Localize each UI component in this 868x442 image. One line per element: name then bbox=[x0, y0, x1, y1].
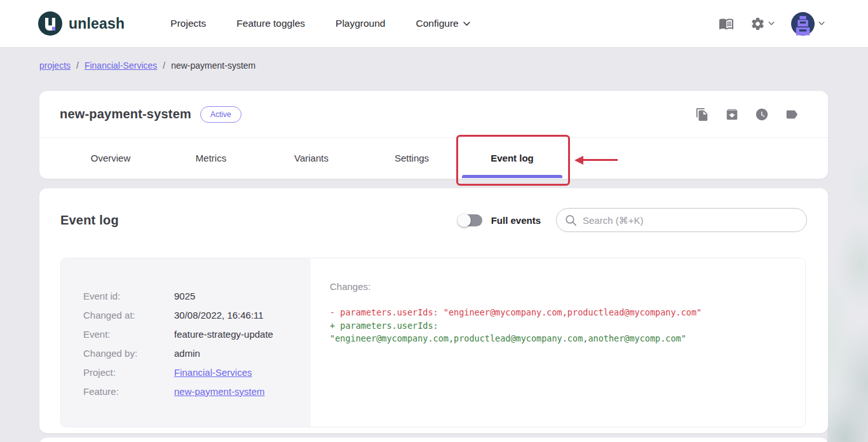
feature-link[interactable]: new-payment-system bbox=[174, 386, 265, 397]
tab-event-log-label: Event log bbox=[491, 153, 534, 163]
nav-feature-toggles[interactable]: Feature toggles bbox=[236, 18, 305, 29]
page-title: new-payment-system bbox=[60, 107, 191, 121]
settings-gear-button[interactable] bbox=[750, 17, 775, 31]
search-icon bbox=[565, 214, 577, 226]
search-input[interactable] bbox=[583, 215, 797, 226]
diff-added-line: "engineer@mycompany.com,productlead@myco… bbox=[330, 332, 787, 345]
changed-by-label: Changed by: bbox=[83, 348, 174, 359]
event-type-value: feature-strategy-update bbox=[174, 329, 273, 340]
nav-configure-label: Configure bbox=[416, 18, 458, 29]
tab-variants[interactable]: Variants bbox=[261, 138, 362, 178]
feature-label: Feature: bbox=[83, 386, 174, 397]
background-texture bbox=[827, 48, 868, 442]
full-events-toggle[interactable] bbox=[459, 214, 482, 226]
breadcrumb-current: new-payment-system bbox=[171, 60, 255, 71]
changes-label: Changes: bbox=[330, 281, 787, 292]
changed-at-label: Changed at: bbox=[83, 310, 174, 321]
chevron-down-icon bbox=[768, 22, 775, 25]
event-id-row: Event id: 9025 bbox=[83, 286, 311, 305]
tab-event-log[interactable]: Event log bbox=[462, 138, 562, 178]
event-log-title: Event log bbox=[60, 213, 119, 228]
event-meta-panel: Event id: 9025 Changed at: 30/08/2022, 1… bbox=[61, 258, 311, 427]
diff-added-line: + parameters.userIds: bbox=[330, 319, 787, 333]
copy-icon[interactable] bbox=[695, 107, 709, 121]
breadcrumb-separator: / bbox=[163, 60, 165, 71]
event-log-card: Event log Full events Event id: 9025 C bbox=[39, 188, 828, 433]
feature-header-card: new-payment-system Active Overview Metri… bbox=[39, 91, 828, 179]
unleash-logo-icon bbox=[38, 11, 62, 36]
toggle-knob bbox=[458, 214, 471, 227]
project-row: Project: Financial-Services bbox=[83, 363, 311, 382]
breadcrumb-separator: / bbox=[76, 60, 79, 71]
event-type-label: Event: bbox=[83, 329, 174, 340]
full-events-label: Full events bbox=[491, 215, 541, 226]
breadcrumb-project[interactable]: Financial-Services bbox=[85, 60, 157, 71]
docs-book-icon[interactable] bbox=[719, 16, 734, 31]
event-changes-panel: Changes: - parameters.userIds: "engineer… bbox=[311, 258, 805, 427]
event-detail-card: Event id: 9025 Changed at: 30/08/2022, 1… bbox=[60, 258, 806, 427]
breadcrumb: projects / Financial-Services / new-paym… bbox=[39, 60, 255, 71]
nav-projects[interactable]: Projects bbox=[170, 18, 206, 29]
changed-by-row: Changed by: admin bbox=[83, 343, 311, 363]
tag-icon[interactable] bbox=[785, 107, 799, 121]
changed-at-value: 30/08/2022, 16:46:11 bbox=[174, 310, 264, 321]
event-log-controls: Full events bbox=[459, 208, 807, 232]
breadcrumb-projects[interactable]: projects bbox=[39, 60, 71, 71]
changed-at-row: Changed at: 30/08/2022, 16:46:11 bbox=[83, 305, 311, 324]
app-screen: unleash Projects Feature toggles Playgro… bbox=[0, 0, 868, 442]
archive-icon[interactable] bbox=[725, 107, 739, 121]
feature-tabs: Overview Metrics Variants Settings Event… bbox=[39, 138, 828, 178]
chevron-down-icon bbox=[463, 22, 470, 26]
nav-playground[interactable]: Playground bbox=[336, 18, 385, 29]
tab-overview[interactable]: Overview bbox=[60, 138, 161, 178]
chevron-down-icon bbox=[818, 22, 825, 25]
tab-settings[interactable]: Settings bbox=[362, 138, 462, 178]
tab-metrics[interactable]: Metrics bbox=[161, 138, 261, 178]
search-box[interactable] bbox=[556, 208, 807, 232]
top-navigation-bar: unleash Projects Feature toggles Playgro… bbox=[0, 0, 868, 48]
nav-configure[interactable]: Configure bbox=[416, 18, 470, 29]
tab-metrics-label: Metrics bbox=[196, 153, 226, 163]
settings-gear-icon bbox=[750, 17, 765, 31]
user-menu-button[interactable] bbox=[791, 12, 825, 36]
tab-variants-label: Variants bbox=[294, 153, 329, 163]
history-clock-icon[interactable] bbox=[755, 107, 769, 121]
project-label: Project: bbox=[83, 367, 174, 378]
tab-settings-label: Settings bbox=[395, 153, 429, 163]
unleash-logo[interactable]: unleash bbox=[38, 11, 125, 36]
topbar-right-controls bbox=[719, 12, 825, 36]
event-id-value: 9025 bbox=[174, 291, 195, 301]
event-id-label: Event id: bbox=[83, 291, 174, 301]
feature-title-row: new-payment-system Active bbox=[39, 91, 828, 138]
event-diff: - parameters.userIds: "engineer@mycompan… bbox=[330, 306, 787, 345]
event-type-row: Event: feature-strategy-update bbox=[83, 324, 311, 343]
next-event-card-partial bbox=[39, 438, 828, 442]
changed-by-value: admin bbox=[174, 348, 200, 359]
unleash-logo-text: unleash bbox=[69, 15, 125, 32]
project-link[interactable]: Financial-Services bbox=[174, 367, 252, 378]
tab-overview-label: Overview bbox=[91, 153, 131, 163]
active-tab-indicator bbox=[462, 175, 562, 178]
diff-removed-line: - parameters.userIds: "engineer@mycompan… bbox=[330, 306, 787, 319]
feature-action-buttons bbox=[695, 107, 799, 121]
primary-nav: Projects Feature toggles Playground Conf… bbox=[170, 18, 470, 29]
status-badge: Active bbox=[200, 106, 241, 123]
feature-row: Feature: new-payment-system bbox=[83, 382, 311, 401]
user-avatar bbox=[791, 12, 815, 36]
